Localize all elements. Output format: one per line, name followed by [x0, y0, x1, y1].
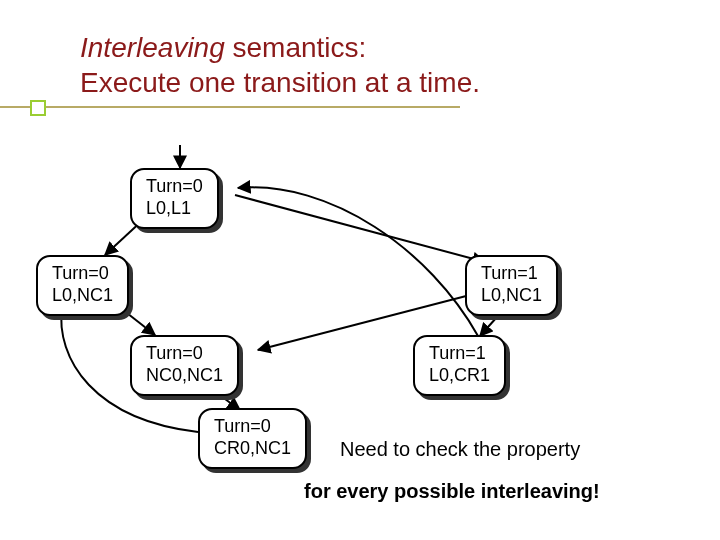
- title-em: Interleaving: [80, 32, 225, 63]
- state-s6: Turn=0 CR0,NC1: [198, 408, 307, 469]
- caption-text: Need to check the property: [340, 438, 580, 461]
- state-line: Turn=0: [52, 263, 113, 285]
- state-line: Turn=0: [214, 416, 291, 438]
- state-s2: Turn=0 L0,NC1: [36, 255, 129, 316]
- state-line: L0,NC1: [481, 285, 542, 307]
- state-s4: Turn=0 NC0,NC1: [130, 335, 239, 396]
- state-line: L0,CR1: [429, 365, 490, 387]
- state-line: Turn=1: [481, 263, 542, 285]
- state-line: Turn=1: [429, 343, 490, 365]
- state-line: Turn=0: [146, 343, 223, 365]
- state-line: L0,L1: [146, 198, 203, 220]
- title-rest: semantics:: [225, 32, 367, 63]
- slide-title: Interleaving semantics: Execute one tran…: [80, 30, 480, 100]
- state-s1: Turn=0 L0,L1: [130, 168, 219, 229]
- caption-emphasis: for every possible interleaving!: [304, 480, 600, 503]
- state-line: Turn=0: [146, 176, 203, 198]
- title-line2: Execute one transition at a time.: [80, 67, 480, 98]
- state-line: CR0,NC1: [214, 438, 291, 460]
- title-underline: [0, 106, 460, 108]
- state-s3: Turn=1 L0,NC1: [465, 255, 558, 316]
- bullet-square-icon: [30, 100, 46, 116]
- state-line: L0,NC1: [52, 285, 113, 307]
- state-s5: Turn=1 L0,CR1: [413, 335, 506, 396]
- state-line: NC0,NC1: [146, 365, 223, 387]
